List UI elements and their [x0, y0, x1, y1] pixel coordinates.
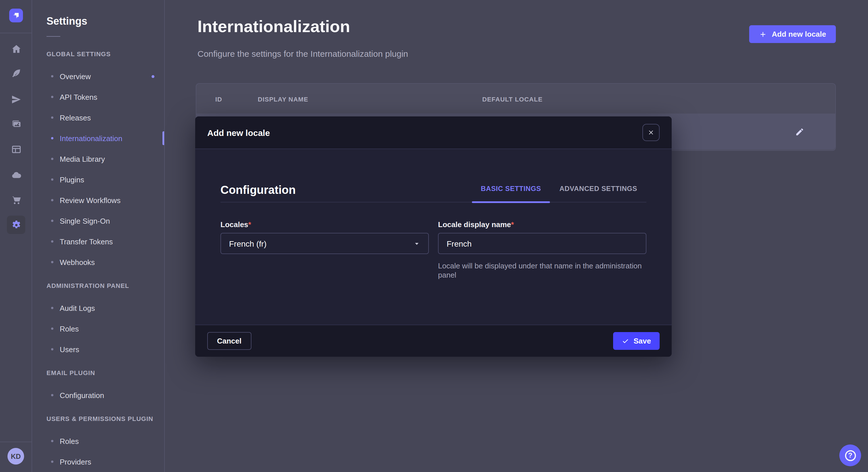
close-icon: [648, 129, 654, 136]
strapi-admin: KD Settings GLOBAL SETTINGS Overview API…: [0, 0, 868, 472]
locales-field: Locales* French (fr): [220, 220, 429, 280]
required-asterisk: *: [248, 220, 251, 229]
close-modal-button[interactable]: [642, 124, 660, 141]
save-button[interactable]: Save: [613, 332, 660, 350]
display-name-hint: Locale will be displayed under that name…: [438, 262, 645, 280]
check-icon: [621, 337, 629, 345]
configuration-header: Configuration BASIC SETTINGS ADVANCED SE…: [220, 149, 646, 202]
save-button-label: Save: [633, 337, 651, 345]
configuration-title: Configuration: [220, 183, 296, 197]
required-asterisk: *: [511, 220, 514, 229]
display-name-label-text: Locale display name: [438, 220, 511, 229]
display-name-field: Locale display name* Locale will be disp…: [438, 220, 646, 280]
display-name-label: Locale display name*: [438, 220, 646, 229]
locales-label: Locales*: [220, 220, 429, 229]
cancel-button[interactable]: Cancel: [207, 332, 251, 350]
display-name-input[interactable]: [438, 233, 646, 254]
add-new-locale-modal: Add new locale Configuration BASIC SETTI…: [195, 116, 672, 357]
locales-select[interactable]: French (fr): [220, 233, 429, 254]
locale-form: Locales* French (fr) Locale display name…: [220, 220, 646, 280]
modal-footer: Cancel Save: [195, 325, 672, 357]
modal-header: Add new locale: [195, 116, 672, 149]
settings-tabs: BASIC SETTINGS ADVANCED SETTINGS: [472, 185, 646, 202]
modal-title: Add new locale: [207, 128, 270, 137]
locales-label-text: Locales: [220, 220, 248, 229]
tab-basic-settings[interactable]: BASIC SETTINGS: [472, 185, 550, 202]
tab-advanced-settings[interactable]: ADVANCED SETTINGS: [550, 185, 646, 202]
locales-select-value: French (fr): [229, 239, 267, 248]
modal-body: Configuration BASIC SETTINGS ADVANCED SE…: [195, 149, 672, 325]
chevron-down-icon: [413, 240, 420, 247]
